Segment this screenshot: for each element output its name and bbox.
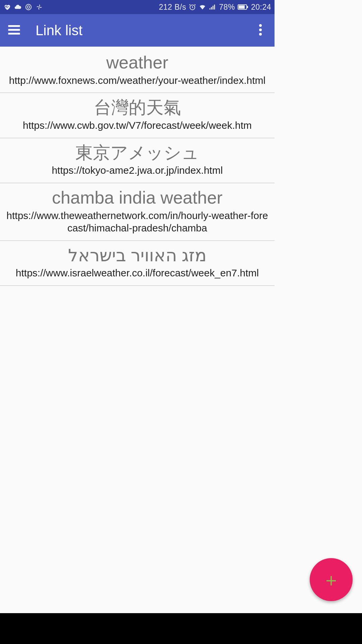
svg-point-13 — [259, 24, 262, 27]
svg-point-1 — [27, 6, 29, 8]
svg-point-0 — [26, 4, 32, 10]
list-item[interactable]: מזג האוויר בישראל https://www.israelweat… — [0, 241, 275, 286]
cloud-icon — [14, 3, 21, 11]
link-url: https://www.israelweather.co.il/forecast… — [6, 267, 268, 279]
svg-rect-3 — [209, 8, 210, 10]
link-title: 台灣的天氣 — [6, 98, 268, 118]
battery-icon — [238, 3, 248, 11]
more-options-button[interactable] — [250, 20, 270, 41]
svg-point-14 — [259, 29, 262, 31]
heart-rate-icon — [3, 3, 11, 11]
svg-rect-9 — [247, 6, 248, 8]
svg-rect-8 — [239, 5, 245, 9]
link-title: weather — [6, 53, 268, 73]
signal-icon — [209, 3, 216, 11]
svg-rect-11 — [8, 29, 20, 31]
link-title: מזג האוויר בישראל — [6, 246, 268, 266]
svg-rect-12 — [8, 33, 20, 34]
svg-rect-5 — [213, 6, 214, 9]
list-item[interactable]: 台灣的天氣 https://www.cwb.gov.tw/V7/forecast… — [0, 93, 275, 138]
link-title: 東京アメッシュ — [6, 143, 268, 163]
link-url: https://www.theweathernetwork.com/in/hou… — [6, 209, 268, 234]
more-vert-icon — [259, 24, 262, 37]
status-left — [3, 3, 43, 11]
pinwheel-icon — [36, 3, 43, 11]
status-bar: 212 B/s 78% 20:24 — [0, 0, 275, 14]
link-url: https://tokyo-ame2.jwa.or.jp/index.html — [6, 164, 268, 177]
menu-button[interactable] — [4, 20, 24, 41]
list-item[interactable]: chamba india weather https://www.theweat… — [0, 183, 275, 241]
list-item[interactable]: weather http://www.foxnews.com/weather/y… — [0, 47, 275, 93]
page-title: Link list — [36, 22, 250, 39]
alarm-icon — [189, 3, 196, 11]
app-bar: Link list — [0, 14, 275, 47]
svg-rect-10 — [8, 25, 20, 27]
list-item[interactable]: 東京アメッシュ https://tokyo-ame2.jwa.or.jp/ind… — [0, 138, 275, 183]
clock-time: 20:24 — [251, 3, 271, 12]
wifi-icon — [199, 3, 206, 11]
svg-point-15 — [259, 33, 262, 36]
link-title: chamba india weather — [6, 188, 268, 208]
svg-rect-6 — [214, 5, 215, 10]
link-list: weather http://www.foxnews.com/weather/y… — [0, 47, 275, 286]
svg-rect-4 — [211, 7, 212, 9]
status-right: 212 B/s 78% 20:24 — [159, 3, 271, 12]
link-url: http://www.foxnews.com/weather/your-weat… — [6, 74, 268, 87]
chrome-icon — [25, 3, 32, 11]
hamburger-icon — [7, 23, 21, 38]
battery-percent: 78% — [219, 3, 235, 12]
network-speed: 212 B/s — [159, 3, 186, 12]
link-url: https://www.cwb.gov.tw/V7/forecast/week/… — [6, 119, 268, 132]
